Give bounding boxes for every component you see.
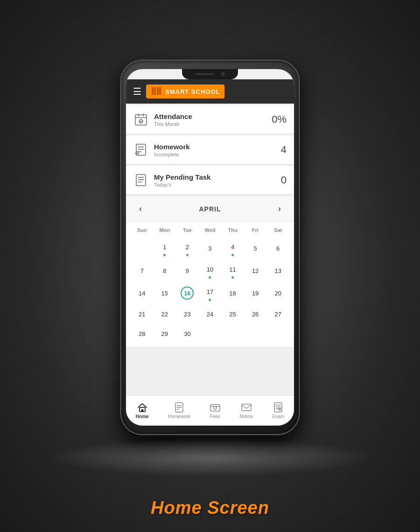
- calendar-header: ‹ APRIL ›: [126, 196, 294, 222]
- day-number-19: 19: [249, 287, 262, 300]
- notice-icon: [241, 402, 252, 413]
- calendar-day-1[interactable]: 1: [154, 238, 176, 259]
- calendar-day-15[interactable]: 15: [154, 282, 176, 304]
- homework-subtitle: Incomplete: [154, 152, 190, 157]
- app-content: Attendance This Month 0%: [126, 104, 294, 395]
- calendar-day-10[interactable]: 10: [199, 260, 222, 281]
- calendar-day-24[interactable]: 24: [199, 305, 222, 323]
- calendar-day-6[interactable]: 6: [266, 238, 289, 259]
- nav-homework-icon: [174, 402, 184, 413]
- nav-item-exam[interactable]: Exam: [268, 400, 289, 421]
- day-number-24: 24: [203, 308, 217, 321]
- calendar-day-25[interactable]: 25: [221, 305, 244, 323]
- day-number-9: 9: [181, 264, 194, 277]
- calendar-section: ‹ APRIL › Sun Mon Tue Wed Thu Fri Sat: [126, 196, 294, 347]
- day-header-sat: Sat: [266, 225, 289, 235]
- calendar-day-18[interactable]: 18: [221, 282, 244, 304]
- homework-title: Homework: [154, 143, 190, 151]
- calendar-day-17[interactable]: 17: [199, 282, 222, 304]
- calendar-day-empty: [266, 324, 289, 343]
- calendar-prev-button[interactable]: ‹: [135, 202, 146, 216]
- fees-icon: [210, 402, 220, 413]
- calendar-day-28[interactable]: 28: [131, 324, 154, 343]
- calendar-day-19[interactable]: 19: [244, 282, 267, 304]
- calendar-day-16[interactable]: 16: [176, 282, 199, 304]
- calendar-day-23[interactable]: 23: [176, 305, 199, 323]
- day-number-7: 7: [135, 264, 148, 277]
- pending-task-card[interactable]: My Pending Task Today's 0: [126, 166, 294, 195]
- nav-item-fees[interactable]: Fees: [205, 400, 225, 421]
- svg-rect-23: [210, 405, 220, 411]
- day-header-wed: Wed: [199, 225, 222, 235]
- calendar-day-20[interactable]: 20: [266, 282, 289, 304]
- day-number-6: 6: [272, 242, 285, 255]
- logo-text: SMART SCHOOL: [165, 88, 220, 95]
- homework-card[interactable]: Homework Incomplete 4: [126, 136, 294, 164]
- day-number-empty: [203, 327, 217, 340]
- calendar-day-4[interactable]: 4: [221, 238, 244, 259]
- calendar-day-8[interactable]: 8: [154, 260, 176, 281]
- calendar-day-9[interactable]: 9: [176, 260, 199, 281]
- nav-item-notice[interactable]: Notice: [235, 400, 258, 421]
- calendar-day-3[interactable]: 3: [199, 238, 222, 259]
- calendar-day-5[interactable]: 5: [244, 238, 267, 259]
- day-number-2: 2: [181, 240, 194, 253]
- day-number-29: 29: [158, 327, 171, 340]
- pending-task-value: 0: [281, 174, 287, 186]
- day-header-thu: Thu: [221, 225, 244, 235]
- pending-task-title: My Pending Task: [154, 173, 210, 181]
- calendar-week-2: 78910111213: [131, 260, 289, 281]
- phone-shell: ☰ SMART SCHOOL: [121, 61, 299, 434]
- calendar-day-empty: [199, 324, 222, 343]
- pending-task-icon: [133, 173, 148, 188]
- calendar-day-29[interactable]: 29: [154, 324, 176, 343]
- calendar-day-14[interactable]: 14: [131, 282, 154, 304]
- calendar-day-empty: [131, 238, 154, 259]
- day-header-fri: Fri: [244, 225, 267, 235]
- attendance-card[interactable]: Attendance This Month 0%: [126, 105, 294, 134]
- calendar-day-13[interactable]: 13: [266, 260, 289, 281]
- hamburger-menu-icon[interactable]: ☰: [133, 86, 141, 97]
- day-number-8: 8: [158, 264, 171, 277]
- nav-item-home[interactable]: Home: [131, 400, 154, 421]
- calendar-day-empty: [244, 324, 267, 343]
- calendar-day-27[interactable]: 27: [266, 305, 289, 323]
- day-number-12: 12: [249, 264, 262, 277]
- calendar-day-30[interactable]: 30: [176, 324, 199, 343]
- calendar-week-5: 282930: [131, 324, 289, 343]
- attendance-value: 0%: [272, 113, 287, 126]
- day-number-13: 13: [272, 264, 285, 277]
- nav-label-exam: Exam: [273, 414, 285, 419]
- svg-rect-26: [242, 404, 251, 411]
- day-dot-11: [231, 276, 234, 279]
- calendar-day-11[interactable]: 11: [221, 260, 244, 281]
- day-number-28: 28: [135, 327, 148, 340]
- front-camera: [221, 72, 225, 76]
- day-number-4: 4: [226, 240, 239, 253]
- calendar-next-button[interactable]: ›: [274, 202, 285, 216]
- phone-notch: [182, 69, 238, 79]
- home-icon: [137, 402, 147, 413]
- day-header-tue: Tue: [176, 225, 199, 235]
- calendar-day-2[interactable]: 2: [176, 238, 199, 259]
- svg-rect-18: [141, 409, 143, 412]
- day-header-mon: Mon: [154, 225, 176, 235]
- day-number-25: 25: [226, 308, 239, 321]
- calendar-day-empty: [221, 324, 244, 343]
- calendar-day-22[interactable]: 22: [154, 305, 176, 323]
- day-number-26: 26: [249, 308, 262, 321]
- nav-item-homework[interactable]: Homework: [163, 400, 195, 421]
- calendar-day-12[interactable]: 12: [244, 260, 267, 281]
- attendance-subtitle: This Month: [154, 121, 192, 127]
- phone-screen: ☰ SMART SCHOOL: [126, 69, 294, 426]
- calendar-day-26[interactable]: 26: [244, 305, 267, 323]
- day-number-14: 14: [135, 287, 148, 300]
- day-dot-10: [209, 276, 211, 279]
- day-number-16: 16: [181, 287, 194, 300]
- calendar-day-21[interactable]: 21: [131, 305, 154, 323]
- calendar-day-7[interactable]: 7: [131, 260, 154, 281]
- logo-book-icon: [151, 86, 163, 97]
- day-number-23: 23: [181, 308, 194, 321]
- day-number-empty: [226, 327, 239, 340]
- nav-label-home: Home: [136, 414, 149, 419]
